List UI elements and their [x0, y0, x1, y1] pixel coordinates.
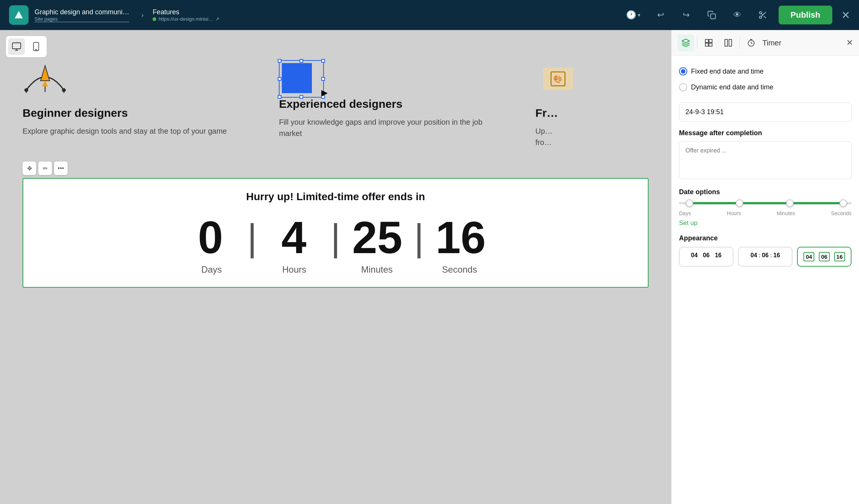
copy-button[interactable] [702, 5, 721, 25]
timer-sep-1: | [244, 219, 260, 256]
svg-rect-6 [12, 43, 21, 49]
svg-point-1 [759, 12, 762, 14]
date-input[interactable] [679, 103, 851, 122]
handle-ml[interactable] [278, 77, 281, 81]
breadcrumb-arrow: › [141, 11, 144, 19]
freelance-desc: Up…fro… [535, 125, 649, 148]
redo-button[interactable]: ↪ [676, 5, 696, 25]
scissors-button[interactable] [753, 5, 773, 25]
freelance-icon: 🎨 [535, 60, 581, 98]
panel-tab-layout[interactable] [700, 35, 717, 51]
cursor-arrow: ▶ [321, 88, 328, 98]
appearance-colon[interactable]: 04 : 06 : 16 [738, 247, 792, 267]
mobile-view-button[interactable] [28, 38, 44, 55]
appearance-spaced[interactable]: 04 06 16 [679, 247, 733, 267]
beginner-title: Beginner designers [23, 107, 249, 119]
topbar: Graphic design and communi… Site pages ›… [0, 0, 859, 30]
message-textarea[interactable] [679, 142, 851, 179]
experienced-desc: Fill your knowledge gaps and improve you… [279, 116, 505, 139]
site-name: Graphic design and communi… [35, 8, 129, 16]
timer-days-value: 0 [177, 215, 244, 260]
slider-thumb-minutes[interactable] [786, 199, 794, 207]
beginner-desc: Explore graphic design tools and stay at… [23, 125, 249, 137]
tab-separator-2 [740, 37, 740, 49]
setup-link[interactable]: Set up [679, 219, 851, 227]
page-name: Features [153, 8, 219, 16]
panel-close-button[interactable]: ✕ [846, 38, 853, 48]
preview-button[interactable]: 👁 [727, 5, 747, 25]
slider-track [679, 202, 851, 204]
fixed-end-radio[interactable] [679, 67, 687, 75]
svg-rect-20 [705, 43, 708, 46]
selected-element[interactable]: ▶ [279, 60, 324, 98]
svg-rect-0 [711, 14, 715, 19]
appearance-spaced-preview: 04 06 16 [691, 252, 721, 259]
handle-bm[interactable] [299, 95, 303, 99]
timer-title: Hurry up! Limited-time offer ends in [38, 191, 633, 203]
dynamic-end-radio[interactable] [679, 83, 687, 91]
site-info: Graphic design and communi… Site pages [35, 8, 129, 22]
slider-label-seconds: Seconds [831, 210, 851, 216]
days-label: Days [178, 264, 245, 275]
timer-labels: Days Hours Minutes Seconds [38, 264, 633, 275]
svg-line-26 [751, 43, 752, 44]
freelance-title: Fr… [535, 107, 649, 119]
external-link-icon[interactable]: ↗ [215, 16, 219, 22]
history-dropdown-icon: ▾ [638, 12, 640, 18]
date-options-slider[interactable]: Days Hours Minutes Seconds [679, 202, 851, 216]
end-time-radio-group: Fixed end date and time Dynamic end date… [679, 63, 851, 95]
slider-label-minutes: Minutes [777, 210, 795, 216]
timer-sep-2: | [328, 219, 343, 256]
beginner-icon [23, 60, 68, 98]
panel-tab-timer[interactable] [743, 35, 759, 51]
slider-thumb-seconds[interactable] [839, 199, 847, 207]
page-url: https://ux-design.minisi… ↗ [153, 16, 219, 22]
svg-rect-18 [705, 39, 708, 42]
svg-line-4 [764, 16, 766, 18]
timer-minutes-value: 25 [343, 215, 411, 260]
tab-separator-1 [697, 37, 697, 49]
slider-thumb-days[interactable] [686, 199, 693, 207]
slider-label-days: Days [679, 210, 691, 216]
edit-timer-button[interactable]: ✏ [38, 161, 52, 175]
slider-thumb-hours[interactable] [736, 199, 743, 207]
edit-icon: ✏ [43, 165, 48, 172]
right-panel: Timer ✕ Fixed end date and time Dynamic … [671, 30, 859, 504]
appearance-boxed[interactable]: 04 06 16 [797, 247, 851, 267]
panel-tab-columns[interactable] [720, 35, 737, 51]
more-timer-button[interactable]: ••• [54, 161, 68, 175]
hours-label: Hours [260, 264, 328, 275]
panel-header: Timer ✕ [671, 30, 859, 56]
minutes-label: Minutes [343, 264, 411, 275]
move-timer-button[interactable]: ✥ [23, 161, 36, 175]
move-icon: ✥ [27, 165, 32, 172]
handle-tr[interactable] [321, 59, 325, 63]
panel-tab-design[interactable] [678, 35, 694, 51]
close-button[interactable]: ✕ [841, 9, 850, 21]
device-toggle [6, 36, 47, 57]
site-pages-link[interactable]: Site pages [35, 16, 129, 22]
features-grid: Beginner designers Explore graphic desig… [23, 60, 649, 148]
canvas-area: Beginner designers Explore graphic desig… [0, 30, 671, 504]
handle-bl[interactable] [278, 95, 281, 99]
handle-mr[interactable] [321, 77, 325, 81]
dynamic-end-option[interactable]: Dynamic end date and time [679, 79, 851, 95]
panel-body: Fixed end date and time Dynamic end date… [671, 56, 859, 504]
publish-button[interactable]: Publish [779, 6, 832, 24]
undo-button[interactable]: ↩ [651, 5, 670, 25]
fixed-end-option[interactable]: Fixed end date and time [679, 63, 851, 79]
history-button[interactable]: 🕐 ▾ [622, 7, 645, 23]
message-section-label: Message after completion [679, 129, 851, 137]
svg-marker-11 [41, 66, 50, 81]
desktop-view-button[interactable] [8, 38, 25, 55]
url-text: https://ux-design.minisi… [159, 16, 213, 22]
more-icon: ••• [58, 165, 64, 172]
svg-marker-12 [42, 81, 48, 86]
handle-tm[interactable] [299, 59, 303, 63]
timer-container: ✥ ✏ ••• Hurry up! Limited-time offer end… [23, 178, 649, 288]
panel-title: Timer [762, 39, 843, 47]
topbar-actions: 🕐 ▾ ↩ ↪ 👁 Publish ✕ [622, 5, 850, 25]
handle-tl[interactable] [278, 59, 281, 63]
slider-fill [690, 202, 843, 204]
svg-rect-21 [709, 43, 712, 46]
